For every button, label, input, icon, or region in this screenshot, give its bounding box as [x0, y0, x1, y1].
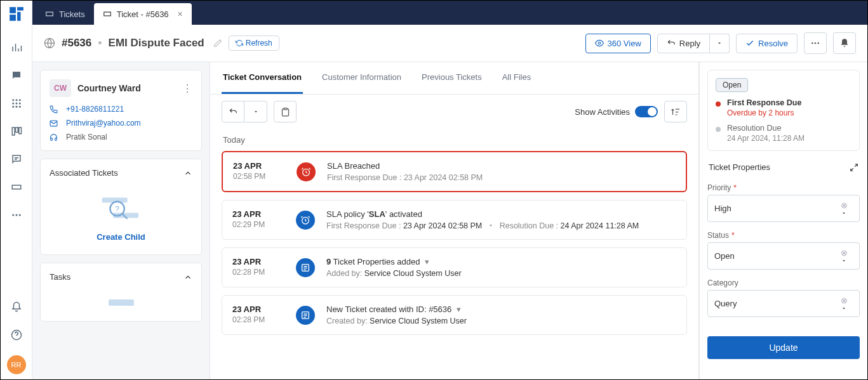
360-view-label: 360 View — [608, 39, 641, 48]
nav-kanban-icon[interactable] — [9, 124, 24, 139]
customer-email: Prithviraj@yahoo.com — [66, 119, 141, 128]
clear-icon[interactable]: ⊗ — [841, 296, 848, 305]
chevron-down-icon[interactable]: ▾ — [457, 305, 461, 314]
tasks-toggle[interactable]: Tasks — [50, 272, 192, 282]
update-button[interactable]: Update — [707, 336, 860, 359]
clear-icon[interactable]: ⊗ — [841, 200, 848, 210]
sla-first-response-label: First Response Due — [727, 98, 801, 107]
timeline-time: 02:28 PM — [232, 268, 284, 277]
status-badge[interactable]: Open — [716, 78, 748, 92]
associated-label: Associated Tickets — [50, 168, 118, 178]
customer-menu-icon[interactable]: ⋮ — [182, 82, 192, 95]
svg-point-8 — [15, 103, 17, 105]
timeline-item-title: SLA policy 'SLA' activated — [326, 209, 676, 219]
nav-ticket-icon[interactable] — [9, 180, 24, 195]
timeline-date: 23 APR — [232, 209, 284, 219]
left-panel: CW Courtney Ward ⋮ +91-8826811221 Prithv… — [32, 62, 210, 379]
expand-icon[interactable] — [850, 163, 858, 172]
sub-value: Service Cloud System User — [364, 269, 462, 278]
subtab-customer-info[interactable]: Customer Information — [321, 62, 403, 94]
sla-card: Open First Response Due Overdue by 2 hou… — [707, 70, 860, 151]
svg-point-25 — [815, 43, 817, 44]
svg-point-18 — [18, 214, 20, 216]
refresh-button[interactable]: Refresh — [229, 36, 279, 51]
tab-current-ticket[interactable]: Ticket - #5636 × — [94, 3, 192, 25]
email-icon — [50, 119, 60, 128]
notifications-button[interactable] — [833, 32, 856, 54]
sla-resolution-label: Resolution Due — [727, 124, 805, 133]
tab-label: Ticket - #5636 — [117, 10, 169, 19]
svg-point-11 — [15, 106, 17, 108]
timeline-time: 02:58 PM — [233, 172, 285, 181]
360-view-button[interactable]: 360 View — [585, 34, 651, 53]
chevron-down-icon — [841, 305, 847, 311]
svg-point-9 — [18, 103, 20, 105]
category-value: Query — [714, 299, 737, 308]
more-actions-button[interactable] — [804, 32, 827, 54]
reply-caret[interactable] — [710, 34, 730, 53]
reply-label: Reply — [679, 39, 700, 48]
svg-point-4 — [12, 99, 14, 101]
chevron-down-icon — [841, 210, 847, 216]
sla-dot-overdue-icon — [716, 102, 721, 107]
nav-apps-icon[interactable] — [9, 96, 24, 111]
sub-value: Service Cloud System User — [370, 317, 467, 325]
resolve-button[interactable]: Resolve — [736, 34, 798, 53]
timeline-item-created: 23 APR 02:28 PM New Ticket created with … — [222, 295, 687, 335]
subtab-all-files[interactable]: All Files — [501, 62, 533, 94]
chevron-down-icon[interactable]: ▾ — [425, 257, 429, 266]
customer-email-row[interactable]: Prithviraj@yahoo.com — [50, 119, 192, 128]
customer-phone: +91-8826811221 — [66, 105, 124, 114]
sub-value: 23 Apr 2024 02:58 PM — [403, 221, 482, 230]
sub-label: First Response Due : — [326, 221, 403, 230]
svg-rect-20 — [46, 12, 53, 16]
reply-tool-caret[interactable] — [244, 101, 267, 122]
priority-value: High — [714, 204, 731, 213]
subtab-previous-tickets[interactable]: Previous Tickets — [420, 62, 483, 94]
edit-icon[interactable] — [213, 39, 222, 48]
svg-rect-3 — [10, 15, 16, 21]
svg-point-7 — [12, 103, 14, 105]
ticket-id: #5636 — [62, 37, 91, 49]
nav-bell-icon[interactable] — [9, 299, 24, 315]
subtab-conversation[interactable]: Ticket Conversation — [222, 62, 303, 94]
timeline-item-title: New Ticket created with ID: #5636▾ — [326, 305, 676, 314]
category-select[interactable]: Query ⊗ — [707, 290, 860, 317]
customer-phone-row[interactable]: +91-8826811221 — [50, 105, 192, 114]
nav-more-icon[interactable] — [9, 207, 24, 223]
status-select[interactable]: Open ⊗ — [707, 242, 860, 270]
sla-first-response-value: Overdue by 2 hours — [727, 108, 801, 117]
timeline: Today 23 APR 02:58 PM SLA Breached First… — [210, 129, 698, 379]
clear-icon[interactable]: ⊗ — [841, 248, 848, 258]
associated-toggle[interactable]: Associated Tickets — [50, 168, 192, 178]
create-child-button[interactable]: Create Child — [97, 232, 145, 242]
chevron-down-icon — [841, 258, 847, 264]
reply-button[interactable]: Reply — [657, 34, 710, 53]
close-icon[interactable]: × — [178, 9, 183, 19]
priority-select[interactable]: High ⊗ — [707, 195, 860, 222]
nav-chat-icon[interactable] — [9, 68, 24, 83]
user-avatar[interactable]: RR — [7, 355, 26, 374]
associated-tickets-card: Associated Tickets ? Create Child — [40, 159, 202, 255]
nav-message-icon[interactable] — [9, 152, 24, 167]
clipboard-button[interactable] — [274, 101, 297, 122]
customer-initials: CW — [50, 79, 71, 97]
tab-tickets[interactable]: Tickets — [36, 3, 94, 25]
nav-help-icon[interactable] — [9, 327, 24, 343]
sub-label: Added by: — [326, 269, 364, 278]
svg-point-17 — [15, 214, 17, 216]
svg-rect-2 — [17, 12, 20, 21]
nav-analytics-icon[interactable] — [9, 40, 24, 55]
sort-button[interactable] — [664, 101, 687, 122]
show-activities-toggle[interactable] — [635, 106, 658, 117]
properties-form: Priority* High ⊗ Status* Open ⊗ — [707, 183, 860, 326]
svg-rect-33 — [109, 299, 134, 306]
globe-icon[interactable] — [44, 37, 55, 49]
list-icon — [296, 306, 315, 325]
main-area: Tickets Ticket - #5636 × #5636 • EMI Dis… — [32, 1, 867, 379]
conversation-toolbar: Show Activities — [210, 95, 698, 129]
svg-rect-14 — [15, 128, 18, 133]
svg-point-6 — [18, 99, 20, 101]
ticket-link[interactable]: #5636 — [429, 305, 451, 314]
reply-tool-button[interactable] — [222, 101, 244, 122]
